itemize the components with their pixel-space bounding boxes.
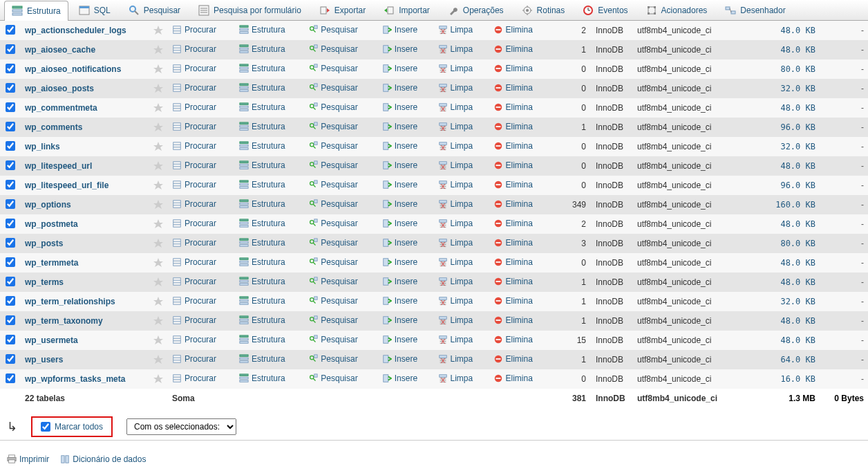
table-name[interactable]: wp_term_relationships (21, 292, 149, 311)
insert-action[interactable]: Insere (382, 160, 417, 170)
favorite-star-icon[interactable] (153, 102, 164, 113)
browse-action[interactable]: Procurar (172, 373, 216, 383)
drop-action[interactable]: Elimina (493, 296, 533, 306)
row-checkbox[interactable] (6, 180, 15, 190)
table-name[interactable]: wp_terms (21, 273, 149, 292)
drop-action[interactable]: Elimina (493, 102, 533, 112)
browse-action[interactable]: Procurar (172, 199, 216, 209)
row-checkbox[interactable] (6, 102, 15, 112)
search-action[interactable]: Pesquisar (308, 335, 357, 344)
structure-action[interactable]: Estrutura (239, 296, 285, 306)
table-name[interactable]: wp_term_taxonomy (21, 311, 149, 331)
structure-action[interactable]: Estrutura (239, 64, 285, 73)
empty-action[interactable]: Limpa (438, 180, 473, 190)
tab-estrutura[interactable]: Estrutura (4, 1, 68, 21)
browse-action[interactable]: Procurar (172, 315, 216, 325)
row-checkbox[interactable] (6, 315, 15, 325)
empty-action[interactable]: Limpa (438, 83, 473, 93)
search-action[interactable]: Pesquisar (308, 315, 357, 325)
browse-action[interactable]: Procurar (172, 180, 216, 190)
table-name[interactable]: wp_options (21, 195, 149, 214)
empty-action[interactable]: Limpa (438, 277, 473, 286)
drop-action[interactable]: Elimina (493, 354, 533, 364)
search-action[interactable]: Pesquisar (308, 44, 357, 54)
favorite-star-icon[interactable] (153, 180, 164, 191)
browse-action[interactable]: Procurar (172, 160, 216, 170)
structure-action[interactable]: Estrutura (239, 180, 285, 190)
table-name[interactable]: wp_aioseo_cache (21, 40, 149, 59)
search-action[interactable]: Pesquisar (308, 296, 357, 306)
structure-action[interactable]: Estrutura (239, 277, 285, 286)
empty-action[interactable]: Limpa (438, 160, 473, 170)
tab-sql[interactable]: SQL (71, 0, 118, 20)
empty-action[interactable]: Limpa (438, 44, 473, 54)
table-name[interactable]: wp_links (21, 137, 149, 156)
drop-action[interactable]: Elimina (493, 180, 533, 190)
structure-action[interactable]: Estrutura (239, 315, 285, 325)
favorite-star-icon[interactable] (153, 141, 164, 152)
favorite-star-icon[interactable] (153, 277, 164, 288)
row-checkbox[interactable] (6, 296, 15, 306)
row-checkbox[interactable] (6, 83, 15, 93)
structure-action[interactable]: Estrutura (239, 199, 285, 209)
insert-action[interactable]: Insere (382, 315, 417, 325)
structure-action[interactable]: Estrutura (239, 122, 285, 131)
drop-action[interactable]: Elimina (493, 160, 533, 170)
row-checkbox[interactable] (6, 373, 15, 383)
table-name[interactable]: wp_usermeta (21, 331, 149, 350)
table-name[interactable]: wp_aioseo_notifications (21, 59, 149, 79)
row-checkbox[interactable] (6, 257, 15, 267)
tab-rotinas[interactable]: Rotinas (514, 0, 573, 20)
table-name[interactable]: wp_litespeed_url (21, 156, 149, 176)
empty-action[interactable]: Limpa (438, 315, 473, 325)
drop-action[interactable]: Elimina (493, 219, 533, 228)
structure-action[interactable]: Estrutura (239, 141, 285, 151)
drop-action[interactable]: Elimina (493, 64, 533, 73)
structure-action[interactable]: Estrutura (239, 160, 285, 170)
insert-action[interactable]: Insere (382, 122, 417, 131)
empty-action[interactable]: Limpa (438, 257, 473, 267)
search-action[interactable]: Pesquisar (308, 373, 357, 383)
structure-action[interactable]: Estrutura (239, 373, 285, 383)
drop-action[interactable]: Elimina (493, 277, 533, 286)
favorite-star-icon[interactable] (153, 25, 164, 36)
search-action[interactable]: Pesquisar (308, 180, 357, 190)
table-name[interactable]: wp_posts (21, 234, 149, 253)
insert-action[interactable]: Insere (382, 83, 417, 93)
tab-importar[interactable]: Importar (376, 0, 437, 20)
tab-desenhador[interactable]: Desenhador (717, 0, 793, 20)
favorite-star-icon[interactable] (153, 296, 164, 307)
drop-action[interactable]: Elimina (493, 315, 533, 325)
search-action[interactable]: Pesquisar (308, 354, 357, 364)
print-link[interactable]: Imprimir (7, 454, 49, 464)
with-selected-select[interactable]: Com os seleccionados: (126, 418, 236, 435)
insert-action[interactable]: Insere (382, 296, 417, 306)
row-checkbox[interactable] (6, 160, 15, 170)
table-name[interactable]: wp_aioseo_posts (21, 79, 149, 98)
drop-action[interactable]: Elimina (493, 257, 533, 267)
row-checkbox[interactable] (6, 44, 15, 54)
browse-action[interactable]: Procurar (172, 335, 216, 344)
row-checkbox[interactable] (6, 238, 15, 248)
insert-action[interactable]: Insere (382, 199, 417, 209)
table-name[interactable]: wp_postmeta (21, 214, 149, 234)
insert-action[interactable]: Insere (382, 180, 417, 190)
favorite-star-icon[interactable] (153, 257, 164, 268)
insert-action[interactable]: Insere (382, 44, 417, 54)
row-checkbox[interactable] (6, 25, 15, 35)
empty-action[interactable]: Limpa (438, 238, 473, 248)
favorite-star-icon[interactable] (153, 354, 164, 365)
table-name[interactable]: wp_actionscheduler_logs (21, 21, 149, 40)
table-name[interactable]: wp_commentmeta (21, 98, 149, 118)
table-name[interactable]: wp_litespeed_url_file (21, 176, 149, 195)
favorite-star-icon[interactable] (153, 64, 164, 75)
structure-action[interactable]: Estrutura (239, 25, 285, 35)
browse-action[interactable]: Procurar (172, 122, 216, 131)
insert-action[interactable]: Insere (382, 238, 417, 248)
structure-action[interactable]: Estrutura (239, 335, 285, 344)
tab-pesquisar[interactable]: Pesquisar (121, 0, 188, 20)
structure-action[interactable]: Estrutura (239, 257, 285, 267)
browse-action[interactable]: Procurar (172, 296, 216, 306)
browse-action[interactable]: Procurar (172, 64, 216, 73)
tab-pesquisa-form[interactable]: Pesquisa por formulário (191, 0, 309, 20)
